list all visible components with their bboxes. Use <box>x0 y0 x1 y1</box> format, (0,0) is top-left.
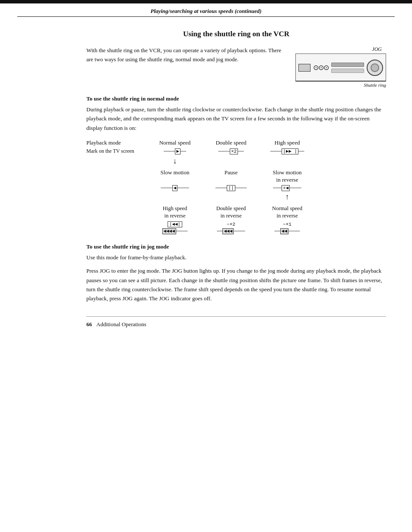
mark-cell-1: ────►── <box>147 149 203 154</box>
spacer3 <box>86 205 147 220</box>
arrow-up-1: ↑ <box>259 192 315 201</box>
marks-row-1: Mark on the TV screen ────►── ────×2── ─… <box>86 148 386 155</box>
high-speed-rev-label: High speedin reverse <box>147 205 203 220</box>
col-high-speed: High speed <box>259 139 315 146</box>
mark-slow-rev: ───+◄──── <box>259 186 315 191</box>
col-label-playback: Playback mode <box>86 139 147 146</box>
rev-tape-3: ──◄◄──── <box>259 229 315 234</box>
arrow-down-row-1: ↓ <box>86 157 386 166</box>
vcr-dots: ⊙⊙⊙ <box>313 63 329 72</box>
mark-label: Mark on the TV screen <box>86 148 147 155</box>
intro-section: With the shuttle ring on the VCR, you ca… <box>86 46 386 88</box>
footer-section-label: Additional Operations <box>96 321 146 328</box>
col-normal-speed: Normal speed <box>147 139 203 146</box>
row2-labels: Slow motion Pause Slow motionin reverse <box>86 169 386 184</box>
jog-label: JOG <box>372 46 382 53</box>
rev-ind-2: −×2 <box>203 222 259 227</box>
rev-ind-1: |◄◄| <box>147 222 203 227</box>
tape-1: ────►── <box>164 149 186 154</box>
row2-marks: ────◄──── ────||──── ───+◄──── <box>86 186 386 191</box>
tape-rev-2: ──◄◄◄──── <box>217 229 245 234</box>
tape-rev-3: ──◄◄──── <box>275 229 300 234</box>
vcr-diagram: ⊙⊙⊙ <box>295 54 386 82</box>
arrow-spacer-1 <box>86 157 147 166</box>
vcr-line-bottom <box>296 81 386 82</box>
vcr-circle-inner <box>371 63 379 72</box>
footer-area: 66 Additional Operations <box>86 316 386 328</box>
col-double-speed: Double speed <box>203 139 259 146</box>
vcr-bar2 <box>331 69 364 73</box>
tape-pause: ────||──── <box>216 186 247 191</box>
vcr-slot <box>298 64 311 72</box>
jog-mode-line1: Use this mode for frame-by-frame playbac… <box>86 253 386 262</box>
col-slow-motion: Slow motion <box>147 169 203 184</box>
spacer1 <box>86 169 147 184</box>
col-slow-reverse: Slow motionin reverse <box>259 169 315 184</box>
header-line: Playing/searching at various speeds (con… <box>17 3 395 17</box>
arrow-up-row-1: ↑ <box>86 192 386 201</box>
rev-tape-2: ──◄◄◄──── <box>203 229 259 234</box>
tape-2: ────×2── <box>219 149 244 154</box>
rev-marks-row: ◄◄◄◄──── ──◄◄◄──── ──◄◄──── <box>86 229 386 234</box>
normal-mode-body: During playback or pause, turn the shutt… <box>86 105 386 132</box>
shuttle-label: Shuttle ring <box>364 82 386 88</box>
page-number: 66 <box>86 321 92 328</box>
rev-indicator-row: |◄◄| −×2 −×1 <box>86 222 386 227</box>
speed-label-row: High speedin reverse Double speedin reve… <box>86 205 386 220</box>
top-bar <box>0 0 412 3</box>
playback-table: Playback mode Normal speed Double speed … <box>86 139 386 233</box>
header-title: Playing/searching at various speeds (con… <box>150 8 261 15</box>
tape-3: ────|►► |── <box>270 149 304 154</box>
tape-slow: ────◄──── <box>161 186 189 191</box>
vcr-bar1 <box>331 63 364 67</box>
vcr-circle <box>367 60 383 76</box>
arrow-down-1: ↓ <box>147 157 203 166</box>
col-pause: Pause <box>203 169 259 184</box>
mark-cell-3: ────|►► |── <box>259 149 315 154</box>
spacer5 <box>86 229 147 234</box>
tape-slow-rev: ───+◄──── <box>273 186 301 191</box>
main-title: Using the shuttle ring on the VCR <box>86 30 386 38</box>
spacer4 <box>86 222 147 227</box>
jog-mode-title: To use the shuttle ring in jog mode <box>86 243 386 250</box>
rev-ind-3: −×1 <box>259 222 315 227</box>
jog-mode-body: Press JOG to enter the jog mode. The JOG… <box>86 266 386 303</box>
intro-text: With the shuttle ring on the VCR, you ca… <box>86 46 282 64</box>
page: Playing/searching at various speeds (con… <box>0 0 412 532</box>
spacer2 <box>86 186 147 191</box>
normal-speed-rev-label: Normal speedin reverse <box>259 205 315 220</box>
vcr-image-area: JOG ⊙⊙⊙ Shuttle ring <box>291 46 386 88</box>
rev-tape-1: ◄◄◄◄──── <box>147 229 203 234</box>
mark-cell-2: ────×2── <box>203 149 259 154</box>
mark-slow: ────◄──── <box>147 186 203 191</box>
table-header-row: Playback mode Normal speed Double speed … <box>86 139 386 146</box>
content: Using the shuttle ring on the VCR With t… <box>0 17 412 345</box>
arrow-spacer-2 <box>86 192 147 201</box>
mark-pause: ────||──── <box>203 186 259 191</box>
tape-rev-1: ◄◄◄◄──── <box>162 229 188 234</box>
vcr-panel <box>331 63 364 73</box>
normal-mode-title: To use the shuttle ring in normal mode <box>86 95 386 102</box>
double-speed-rev-label: Double speedin reverse <box>203 205 259 220</box>
